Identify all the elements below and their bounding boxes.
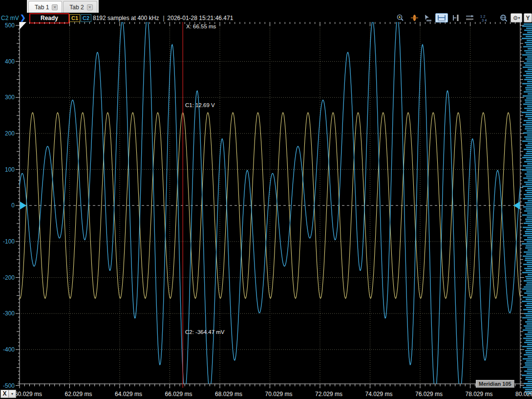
amplitude-histogram	[522, 23, 532, 395]
y-axis-label: 400	[0, 58, 15, 65]
cursor-c2-readout: C2: -364.47 mV	[185, 329, 225, 335]
y-axis-label: 500	[0, 22, 15, 29]
waveform-display[interactable]	[0, 0, 532, 399]
chevron-down-icon[interactable]: ▾	[9, 390, 16, 398]
trace-c2	[20, 18, 520, 393]
x-axis-selector-label[interactable]: X	[0, 390, 9, 398]
x-axis-label: 74.029 ms	[365, 391, 393, 398]
x-axis-label: 70.029 ms	[265, 391, 293, 398]
y-axis-label: 100	[0, 166, 15, 173]
y-axis-label: 0	[0, 202, 15, 209]
y-axis-label: -100	[0, 238, 15, 245]
x-axis-label: 68.029 ms	[215, 391, 242, 398]
device-watermark: Meridian 105	[476, 380, 514, 388]
y-axis-label: -300	[0, 310, 15, 317]
y-axis-label: 300	[0, 94, 15, 101]
y-axis-label: 200	[0, 130, 15, 137]
x-axis-label: 60.029 ms	[15, 391, 42, 398]
x-axis-label: 64.029 ms	[115, 391, 142, 398]
x-axis-label: 66.029 ms	[165, 391, 192, 398]
corner-marker	[20, 22, 26, 29]
y-axis-label: -200	[0, 274, 15, 281]
x-axis-label: 62.029 ms	[65, 391, 92, 398]
cursor-x-readout: X: 66.55 ms	[186, 23, 216, 29]
cursor-c1-readout: C1: 12.69 V	[185, 102, 215, 108]
x-axis-label: 72.029 ms	[315, 391, 342, 398]
x-axis-label: 80.029 ms	[515, 391, 532, 398]
x-axis-selector[interactable]: X ▾	[0, 390, 16, 398]
y-axis-label: -400	[0, 346, 15, 353]
c2-ground-marker-left[interactable]	[20, 201, 26, 209]
x-axis-label: 78.029 ms	[466, 391, 493, 398]
y-axis-label: -500	[0, 382, 15, 389]
x-axis-label: 76.029 ms	[415, 391, 443, 398]
